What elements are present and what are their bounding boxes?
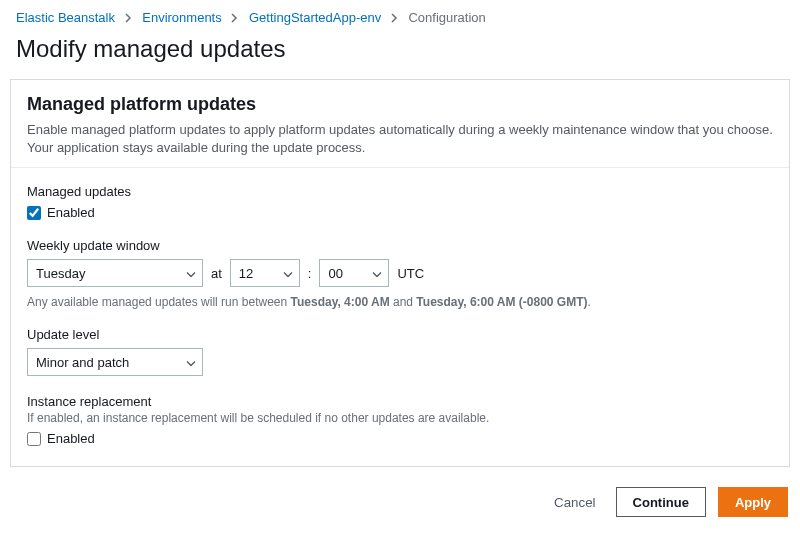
page-title: Modify managed updates	[16, 35, 784, 63]
panel-title: Managed platform updates	[27, 94, 773, 115]
managed-updates-checkbox-row[interactable]: Enabled	[27, 205, 773, 220]
instance-replacement-label: Instance replacement	[27, 394, 773, 409]
weekly-minute-select[interactable]: 00	[319, 259, 389, 287]
update-level-label: Update level	[27, 327, 773, 342]
continue-button[interactable]: Continue	[616, 487, 706, 517]
chevron-right-icon	[231, 10, 239, 25]
weekly-day-select[interactable]: Tuesday	[27, 259, 203, 287]
weekly-window-label: Weekly update window	[27, 238, 773, 253]
weekly-minute-value: 00	[328, 266, 342, 281]
chevron-right-icon	[125, 10, 133, 25]
panel-description: Enable managed platform updates to apply…	[27, 121, 773, 157]
instance-replacement-field: Instance replacement If enabled, an inst…	[27, 394, 773, 446]
breadcrumb-environments[interactable]: Environments	[142, 10, 221, 25]
update-level-select[interactable]: Minor and patch	[27, 348, 203, 376]
weekly-day-value: Tuesday	[36, 266, 85, 281]
caret-down-icon	[186, 266, 196, 281]
breadcrumb-current: Configuration	[408, 10, 485, 25]
at-label: at	[211, 266, 222, 281]
colon-separator: :	[308, 266, 312, 281]
timezone-label: UTC	[397, 266, 424, 281]
breadcrumb-env-name[interactable]: GettingStartedApp-env	[249, 10, 381, 25]
breadcrumb-elastic-beanstalk[interactable]: Elastic Beanstalk	[16, 10, 115, 25]
footer-actions: Cancel Continue Apply	[0, 477, 800, 529]
update-level-value: Minor and patch	[36, 355, 129, 370]
weekly-window-field: Weekly update window Tuesday at 12 : 00 …	[27, 238, 773, 309]
instance-replacement-checkbox-row[interactable]: Enabled	[27, 431, 773, 446]
weekly-window-help: Any available managed updates will run b…	[27, 295, 773, 309]
chevron-right-icon	[391, 10, 399, 25]
caret-down-icon	[283, 266, 293, 281]
caret-down-icon	[372, 266, 382, 281]
managed-updates-checkbox-label: Enabled	[47, 205, 95, 220]
instance-replacement-checkbox-label: Enabled	[47, 431, 95, 446]
breadcrumb: Elastic Beanstalk Environments GettingSt…	[0, 0, 800, 31]
cancel-button[interactable]: Cancel	[546, 495, 604, 510]
instance-replacement-hint: If enabled, an instance replacement will…	[27, 411, 773, 425]
managed-updates-checkbox[interactable]	[27, 206, 41, 220]
weekly-hour-value: 12	[239, 266, 253, 281]
managed-updates-field: Managed updates Enabled	[27, 184, 773, 220]
update-level-field: Update level Minor and patch	[27, 327, 773, 376]
instance-replacement-checkbox[interactable]	[27, 432, 41, 446]
panel-header: Managed platform updates Enable managed …	[11, 80, 789, 168]
managed-updates-panel: Managed platform updates Enable managed …	[10, 79, 790, 467]
managed-updates-label: Managed updates	[27, 184, 773, 199]
weekly-hour-select[interactable]: 12	[230, 259, 300, 287]
apply-button[interactable]: Apply	[718, 487, 788, 517]
caret-down-icon	[186, 355, 196, 370]
